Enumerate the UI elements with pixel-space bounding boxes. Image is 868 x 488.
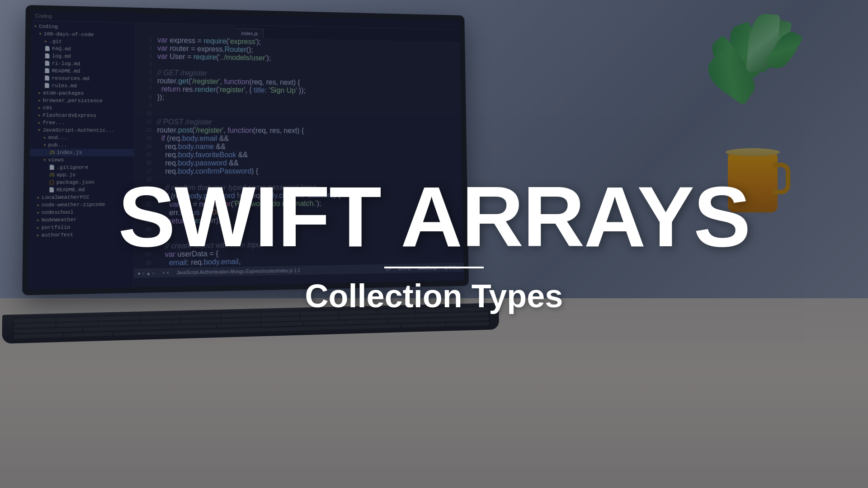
background-darken-overlay	[0, 0, 868, 488]
